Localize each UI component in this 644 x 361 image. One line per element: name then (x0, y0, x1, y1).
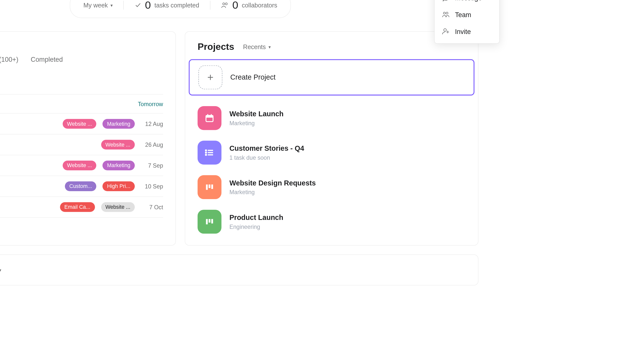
task-name: Font and image licensing (0, 162, 56, 169)
task-tag[interactable]: Website ... (63, 119, 96, 129)
dropdown-item-invite[interactable]: Invite (435, 23, 499, 40)
show-more-link[interactable]: Show more (0, 218, 175, 229)
svg-rect-29 (208, 184, 210, 188)
task-tag[interactable]: High Pri... (102, 181, 135, 191)
svg-point-8 (446, 12, 448, 14)
svg-rect-19 (206, 116, 213, 118)
tab-completed[interactable]: Completed (31, 56, 63, 69)
tab-overdue[interactable]: Overdue (100+) (0, 56, 18, 69)
my-week-selector[interactable]: My week▾ (84, 2, 113, 9)
stats-pill: My week▾ 0 tasks completed 0 collaborato… (70, 0, 291, 18)
collaborators-stat: 0 collaborators (221, 0, 278, 12)
svg-rect-32 (208, 219, 210, 222)
frequent-collaborators-selector[interactable]: Frequent collaborators▾ (0, 266, 1, 273)
dropdown-item-message[interactable]: Message (435, 0, 499, 6)
svg-point-9 (444, 29, 446, 32)
task-row[interactable]: Cookies noticeWebsite ...26 Aug (0, 134, 163, 155)
plus-icon (198, 66, 222, 89)
team-icon (442, 11, 450, 18)
task-due: 26 Aug (141, 141, 163, 148)
svg-point-10 (222, 3, 224, 5)
project-row[interactable]: Product LaunchEngineering (189, 204, 474, 239)
project-name: Website Launch (229, 110, 284, 118)
add-task-row[interactable]: Click here to add a task... (0, 76, 163, 95)
task-tag[interactable]: Marketing (102, 161, 135, 170)
svg-point-11 (225, 3, 227, 5)
task-name: Cookies notice (0, 141, 95, 148)
task-tag[interactable]: Marketing (102, 119, 135, 129)
task-name: Rewrite blog post (0, 182, 59, 190)
people-card: People Frequent collaborators▾ (0, 254, 478, 285)
task-due: Tomorrow (138, 101, 163, 107)
task-tag[interactable]: Website ... (101, 140, 135, 150)
dropdown-label: Team (455, 11, 471, 18)
invite-icon (442, 27, 450, 35)
svg-point-26 (206, 152, 206, 153)
project-name: Product Launch (229, 213, 283, 221)
project-subtitle: Marketing (229, 189, 316, 195)
project-icon (198, 141, 222, 164)
create-dropdown: Task Project Message Team Invite (434, 0, 500, 44)
project-row[interactable]: Website LaunchMarketing (189, 101, 474, 135)
tasks-completed-stat: 0 tasks completed (134, 0, 199, 12)
task-tag[interactable]: Email Ca... (60, 202, 95, 212)
chat-icon (442, 0, 450, 2)
task-row[interactable]: Sketch some ideas on paperEmail Ca...Web… (0, 197, 163, 218)
add-task-placeholder: Click here to add a task... (0, 81, 163, 89)
svg-point-27 (206, 154, 206, 155)
project-subtitle: 1 task due soon (229, 154, 304, 161)
project-subtitle: Engineering (229, 223, 283, 230)
task-due: 10 Sep (141, 183, 163, 190)
chevron-down-icon: ▾ (268, 44, 271, 49)
project-name: Website Design Requests (229, 179, 316, 187)
projects-card: 2 Projects Recents▾ Create Project Websi… (185, 31, 478, 245)
task-due: 7 Oct (141, 204, 163, 210)
my-week-label: My week (84, 2, 108, 9)
create-project-button[interactable]: Create Project (189, 59, 474, 96)
task-tag[interactable]: Custom... (65, 181, 96, 191)
task-row[interactable]: Web copy draftedWebsite ...Marketing12 A… (0, 114, 163, 134)
svg-rect-30 (211, 184, 213, 189)
project-name: Customer Stories - Q4 (229, 145, 304, 153)
task-row[interactable]: Update and close your goal(s)Tomorrow (0, 95, 163, 114)
project-icon (198, 106, 222, 130)
task-row[interactable]: Rewrite blog postCustom...High Pri...10 … (0, 176, 163, 197)
dropdown-item-team[interactable]: Team (435, 6, 499, 23)
recents-selector[interactable]: Recents▾ (243, 43, 270, 50)
check-icon (134, 2, 142, 9)
task-name: Web copy drafted (0, 120, 56, 127)
svg-rect-31 (206, 219, 208, 224)
task-name: Sketch some ideas on paper (0, 203, 54, 211)
svg-point-25 (206, 150, 206, 151)
task-row[interactable]: Font and image licensingWebsite ...Marke… (0, 155, 163, 176)
svg-rect-28 (206, 184, 208, 190)
create-project-label: Create Project (230, 73, 276, 81)
projects-title: Projects (198, 42, 234, 52)
project-row[interactable]: Customer Stories - Q41 task due soon (189, 135, 474, 170)
svg-rect-33 (211, 219, 213, 223)
my-priorities-card: My Priorities 🔒 Upcoming Overdue (100+) … (0, 31, 176, 245)
project-icon (198, 175, 222, 199)
people-icon (221, 1, 229, 9)
task-tag[interactable]: Website ... (63, 161, 96, 170)
task-tag[interactable]: Website ... (101, 202, 135, 212)
task-due: 7 Sep (141, 162, 163, 169)
svg-point-7 (443, 12, 445, 14)
project-row[interactable]: Website Design RequestsMarketing (189, 170, 474, 204)
dropdown-label: Invite (455, 28, 471, 35)
chevron-down-icon: ▾ (0, 267, 1, 272)
dropdown-label: Message (455, 0, 482, 2)
task-name: Update and close your goal(s) (0, 100, 132, 108)
chevron-down-icon: ▾ (110, 3, 113, 8)
project-subtitle: Marketing (229, 120, 284, 126)
task-due: 12 Aug (141, 121, 163, 127)
project-icon (198, 210, 222, 234)
